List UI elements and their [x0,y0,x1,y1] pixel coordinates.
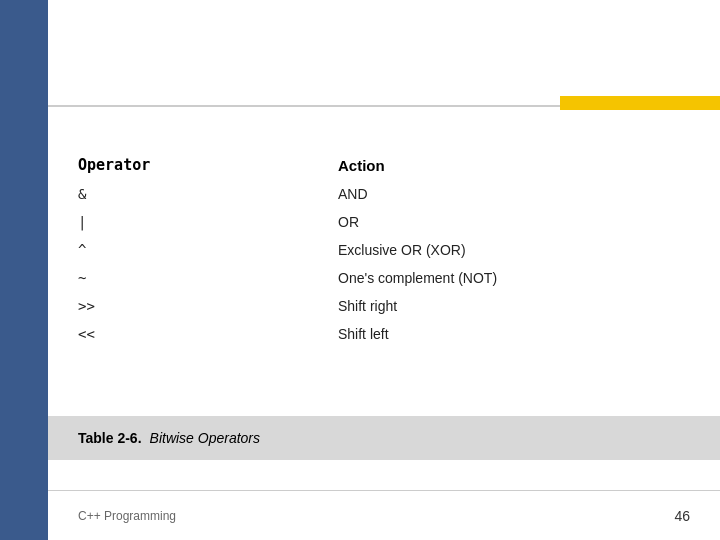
sidebar [0,0,48,540]
table-row: <<Shift left [78,320,690,348]
action-cell: One's complement (NOT) [338,264,690,292]
operator-cell: & [78,180,338,208]
action-cell: AND [338,180,690,208]
caption-label: Table 2-6. [78,430,142,446]
table-row: >>Shift right [78,292,690,320]
main-content: Operator Action &AND|OR^Exclusive OR (XO… [48,130,720,460]
action-cell: Shift right [338,292,690,320]
table-row: ^Exclusive OR (XOR) [78,236,690,264]
table-row: &AND [78,180,690,208]
operator-cell: << [78,320,338,348]
header-operator: Operator [78,150,338,180]
action-cell: OR [338,208,690,236]
table-caption: Table 2-6. Bitwise Operators [48,416,720,460]
action-cell: Shift left [338,320,690,348]
yellow-accent [560,96,720,110]
operator-cell: >> [78,292,338,320]
operator-cell: | [78,208,338,236]
operator-cell: ~ [78,264,338,292]
caption-title: Bitwise Operators [150,430,260,446]
action-cell: Exclusive OR (XOR) [338,236,690,264]
table-row: ~One's complement (NOT) [78,264,690,292]
operators-table: Operator Action &AND|OR^Exclusive OR (XO… [78,150,690,348]
footer-title: C++ Programming [78,509,176,523]
sidebar-bottom [0,490,48,540]
operator-cell: ^ [78,236,338,264]
footer-page: 46 [674,508,690,524]
footer: C++ Programming 46 [48,490,720,540]
table-row: |OR [78,208,690,236]
header-action: Action [338,150,690,180]
top-area [48,0,720,130]
